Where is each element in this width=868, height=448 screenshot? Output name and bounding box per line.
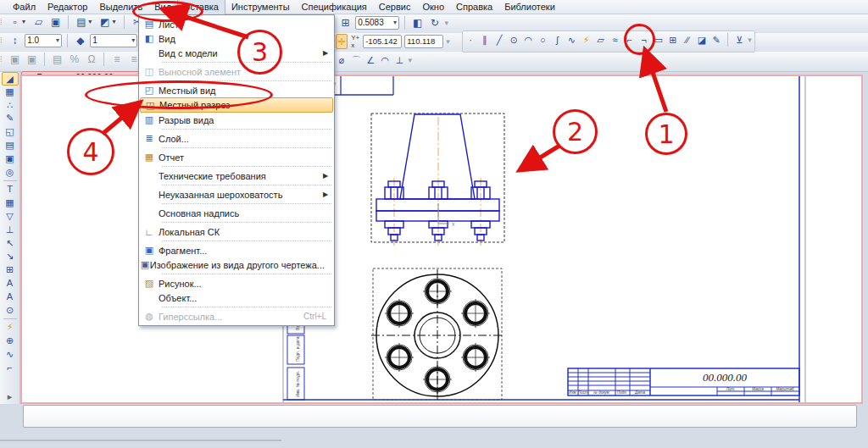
preview-dropdown[interactable]: ▾ <box>112 14 119 30</box>
preview-icon[interactable]: ◩ <box>97 14 112 30</box>
geometry-panel-icon[interactable]: ◢ <box>2 72 19 86</box>
arc-tool-icon[interactable]: ◠ <box>522 32 534 47</box>
marker-tool-icon[interactable]: ⊙ <box>2 304 19 318</box>
menu-item-image-from-other-drawing[interactable]: ▣Изображение из вида другого чертежа... <box>140 257 333 272</box>
menu-item-hyperlink: ◍Гиперссылка...Ctrl+L <box>140 309 333 324</box>
toolbar-overflow[interactable]: ▾ <box>748 32 753 47</box>
menu-window[interactable]: Окно <box>416 0 450 14</box>
menu-help[interactable]: Справка <box>450 0 498 14</box>
property-bar[interactable] <box>23 405 857 428</box>
new-document-dropdown[interactable]: ▾ <box>22 14 29 30</box>
copy-properties-icon[interactable]: ▣ <box>8 52 22 67</box>
print-icon[interactable]: ▤ <box>74 14 88 30</box>
percent-icon[interactable]: % <box>67 52 81 67</box>
frame-tool-icon[interactable]: ⊞ <box>2 263 19 277</box>
bezier-tool-icon[interactable]: ʃ <box>551 32 563 47</box>
lightning-panel-icon[interactable]: ⚡ <box>2 321 19 335</box>
segment-tool-icon[interactable]: ╱ <box>493 32 505 47</box>
text-down-icon[interactable]: A <box>2 277 19 290</box>
table-tool-icon[interactable]: ▦ <box>2 196 19 210</box>
menu-item-view[interactable]: ◧Вид <box>140 31 333 46</box>
fit-sheet-icon[interactable]: ◧ <box>410 15 425 30</box>
copy-object-icon[interactable]: ▣ <box>25 52 39 67</box>
sheet-tool-icon[interactable]: ▤ <box>2 139 19 152</box>
camera-view-icon[interactable]: ◎ <box>2 166 19 180</box>
target-snap-icon[interactable]: ⊕ <box>2 335 19 348</box>
spline-tool-icon[interactable]: ≈ <box>609 32 621 47</box>
menu-item-title-block[interactable]: Основная надпись <box>140 206 333 220</box>
menu-libraries[interactable]: Библиотеки <box>498 0 561 14</box>
edit-toolbar: ⁞ ▣ ▣ ▤ % Ω ≡ ≡ ≡ <box>0 52 868 72</box>
snap-points-icon[interactable]: ∴ <box>2 99 19 113</box>
point-tool-icon[interactable]: · <box>465 32 476 47</box>
coord-y-field[interactable]: 110.118 <box>404 35 443 48</box>
menu-specification[interactable]: Спецификация <box>296 0 373 14</box>
assembly-icon[interactable]: ▤ <box>50 52 64 67</box>
align-icon[interactable]: ≡ <box>110 52 125 67</box>
corner-tool-icon[interactable]: ⌐ <box>2 362 19 375</box>
layer-combo[interactable]: 1▾ <box>90 34 137 47</box>
menu-item-view-break[interactable]: ▥Разрыв вида <box>140 113 333 127</box>
menu-item-object[interactable]: Объект... <box>140 290 333 305</box>
arc-dimension-icon[interactable]: ◠ <box>379 53 391 68</box>
menu-item-local-cs[interactable]: ∟Локальная СК <box>140 224 333 239</box>
snap-icon[interactable]: ✛ <box>336 34 348 49</box>
hatch-tool-icon[interactable]: ∕∕ <box>682 32 693 47</box>
menu-edit[interactable]: Редактор <box>42 0 93 14</box>
menu-item-fragment[interactable]: ▣Фрагмент... <box>140 243 333 257</box>
coord-x-field[interactable]: -105.142 <box>363 35 402 48</box>
radial-dimension-icon[interactable]: ⌒ <box>350 53 362 68</box>
datum-tool-icon[interactable]: ⊥ <box>2 224 19 237</box>
zoom-area-icon[interactable]: ⊞ <box>338 15 353 30</box>
menu-service[interactable]: Сервис <box>373 0 417 14</box>
toolbar-grip[interactable]: ⁞ <box>0 52 5 67</box>
toolbar-overflow[interactable]: ▾ <box>446 34 451 49</box>
menu-item-unspecified-roughness[interactable]: Неуказанная шероховатость▶ <box>140 187 333 202</box>
view-window-icon[interactable]: ◱ <box>2 125 19 139</box>
save-icon[interactable]: ▣ <box>48 14 63 30</box>
panel-grip[interactable]: ▸ <box>2 390 19 404</box>
menu-item-report[interactable]: ▦Отчет <box>140 150 333 164</box>
polyline-tool-icon[interactable]: ∿ <box>565 32 577 47</box>
top-view[interactable] <box>371 268 504 401</box>
omega-icon[interactable]: Ω <box>84 52 98 67</box>
lightning-tool-icon[interactable]: ⚡ <box>581 32 593 47</box>
wave-line-icon[interactable]: ∿ <box>2 348 19 362</box>
menu-item-layer[interactable]: ≣Слой... <box>140 131 333 146</box>
menu-tools[interactable]: Инструменты <box>225 0 296 14</box>
grid-panel-icon[interactable]: ▦ <box>2 86 19 99</box>
zoom-combo[interactable]: 0.5083▾ <box>355 16 399 30</box>
layout-tool-icon[interactable]: ▣ <box>2 152 19 166</box>
toolbar-grip[interactable]: ⁞ <box>0 14 5 30</box>
leader-tool-icon[interactable]: ↖ <box>2 237 19 251</box>
stamp-tool-icon[interactable]: ⊻ <box>733 32 745 47</box>
new-document-icon[interactable]: ▫ <box>8 14 22 30</box>
datum-symbol-icon[interactable]: ⊥ <box>393 53 405 68</box>
text-right-icon[interactable]: A <box>2 290 19 304</box>
front-view[interactable]: x <box>371 113 504 246</box>
print-dropdown[interactable]: ▾ <box>88 14 95 30</box>
refresh-icon[interactable]: ↻ <box>427 15 442 30</box>
menu-file[interactable]: Файл <box>7 0 42 14</box>
circle-tool-icon[interactable]: ⊙ <box>508 32 520 47</box>
open-icon[interactable]: ▱ <box>31 14 46 30</box>
edit-tool-icon[interactable]: ✎ <box>2 112 19 125</box>
ellipse-tool-icon[interactable]: ○ <box>537 32 548 47</box>
text-tool-icon[interactable]: T <box>2 183 19 196</box>
styles-brush-tool-icon[interactable]: ✎ <box>710 32 722 47</box>
diameter-dimension-icon[interactable]: ⌀ <box>336 53 348 68</box>
menu-item-view-from-model[interactable]: Вид с модели▶ <box>140 46 333 60</box>
menu-item-technical-requirements[interactable]: Технические требования▶ <box>140 169 333 183</box>
toolbar-grip[interactable]: ⁞ <box>0 33 5 48</box>
contour-tool-icon[interactable]: ▱ <box>595 32 607 47</box>
menu-item-picture[interactable]: ▨Рисунок... <box>140 276 333 290</box>
fill-area-tool-icon[interactable]: ◪ <box>696 32 708 47</box>
angular-dimension-icon[interactable]: ∠ <box>364 53 376 68</box>
toolbar-overflow[interactable]: ▾ <box>444 15 449 30</box>
toolbar-overflow[interactable]: ▾ <box>408 53 413 68</box>
roughness-symbol-icon[interactable]: ▽ <box>2 210 19 224</box>
aux-line-tool-icon[interactable]: ∥ <box>479 32 491 47</box>
step-combo[interactable]: 1.0▾ <box>25 34 62 47</box>
collect-contour-tool-icon[interactable]: ⊞ <box>667 32 679 47</box>
branch-leader-icon[interactable]: ↘ <box>2 250 19 263</box>
